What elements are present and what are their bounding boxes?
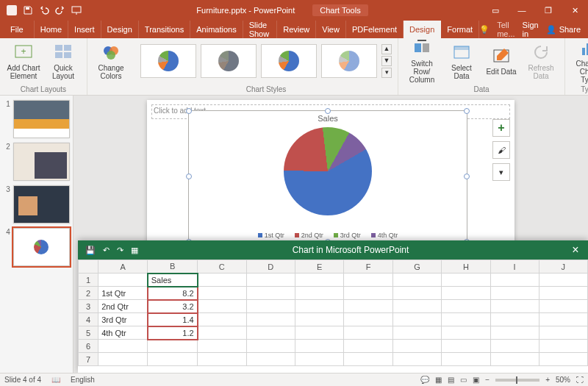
excel-save-icon[interactable]: 💾 — [85, 246, 96, 255]
cell-D7[interactable] — [246, 353, 295, 366]
start-slideshow-icon[interactable] — [71, 4, 82, 16]
tab-transitions[interactable]: Transitions — [139, 21, 190, 38]
cell-E2[interactable] — [295, 287, 343, 300]
cell-I6[interactable] — [490, 340, 539, 353]
cell-J2[interactable] — [539, 287, 587, 300]
normal-view-icon[interactable]: ▦ — [435, 376, 442, 384]
col-header-B[interactable]: B — [148, 260, 198, 274]
tab-design[interactable]: Design — [101, 21, 139, 38]
cell-C2[interactable] — [198, 287, 246, 300]
cell-H6[interactable] — [442, 340, 490, 353]
cell-C4[interactable] — [198, 313, 246, 326]
resize-handle-ne[interactable] — [464, 108, 470, 114]
cell-J4[interactable] — [539, 313, 587, 326]
cell-C1[interactable] — [198, 274, 246, 287]
row-header-2[interactable]: 2 — [79, 287, 98, 300]
cell-G5[interactable] — [392, 326, 441, 340]
restore-icon[interactable]: ❐ — [535, 0, 562, 21]
chart-styles-scroll[interactable]: ▲ ▼ ▾ — [381, 44, 392, 78]
zoom-level[interactable]: 50% — [556, 376, 570, 384]
cell-F7[interactable] — [344, 353, 392, 366]
cell-I4[interactable] — [490, 313, 539, 326]
comments-icon[interactable]: 💬 — [420, 376, 429, 384]
legend-item-2[interactable]: 2nd Qtr — [295, 232, 323, 239]
language-status[interactable]: English — [71, 376, 95, 384]
tab-view[interactable]: View — [316, 21, 346, 38]
sign-in-link[interactable]: Sign in — [523, 21, 539, 38]
cell-G7[interactable] — [392, 353, 441, 366]
cell-H5[interactable] — [442, 326, 490, 340]
row-header-5[interactable]: 5 — [79, 326, 98, 340]
cell-B3[interactable]: 3.2 — [148, 300, 198, 313]
cell-A6[interactable] — [98, 340, 148, 353]
switch-row-column-button[interactable]: Switch Row/ Column — [404, 37, 440, 84]
tab-slideshow[interactable]: Slide Show — [243, 21, 278, 38]
edit-data-button[interactable]: Edit Data — [484, 46, 519, 76]
excel-edit-in-excel-icon[interactable]: ▦ — [131, 246, 138, 255]
cell-G1[interactable] — [392, 274, 441, 287]
legend-item-3[interactable]: 3rd Qtr — [334, 232, 361, 239]
change-chart-type-button[interactable]: Change Chart Type — [571, 37, 588, 84]
cell-D4[interactable] — [246, 313, 295, 326]
chart-style-1[interactable] — [140, 44, 196, 78]
cell-A1[interactable] — [98, 274, 148, 287]
tab-home[interactable]: Home — [35, 21, 68, 38]
scroll-up-icon[interactable]: ▲ — [381, 44, 392, 54]
row-header-4[interactable]: 4 — [79, 313, 98, 326]
spell-check-icon[interactable]: 📖 — [51, 376, 60, 384]
add-chart-element-button[interactable]: + Add Chart Element — [6, 42, 41, 80]
cell-F4[interactable] — [344, 313, 392, 326]
cell-G6[interactable] — [392, 340, 441, 353]
cell-B4[interactable]: 1.4 — [148, 313, 198, 326]
row-header-7[interactable]: 7 — [79, 353, 98, 366]
cell-F2[interactable] — [344, 287, 392, 300]
cell-F1[interactable] — [344, 274, 392, 287]
chart-title[interactable]: Sales — [189, 114, 467, 123]
cell-E7[interactable] — [295, 353, 343, 366]
cell-C7[interactable] — [198, 353, 246, 366]
cell-G3[interactable] — [392, 300, 441, 313]
ribbon-display-options-icon[interactable]: ▭ — [482, 0, 509, 21]
cell-E1[interactable] — [295, 274, 343, 287]
tell-me-search[interactable]: Tell me... — [497, 21, 514, 38]
tab-chart-design[interactable]: Design — [404, 21, 441, 38]
legend-item-4[interactable]: 4th Qtr — [371, 232, 398, 239]
scroll-down-icon[interactable]: ▼ — [381, 56, 392, 66]
resize-handle-e[interactable] — [464, 174, 470, 179]
select-data-button[interactable]: Select Data — [444, 42, 479, 80]
col-header-H[interactable]: H — [442, 260, 490, 274]
cell-B5[interactable]: 1.2 — [148, 326, 198, 340]
resize-handle-nw[interactable] — [186, 108, 192, 114]
col-header-G[interactable]: G — [392, 260, 441, 274]
col-header-A[interactable]: A — [98, 260, 148, 274]
spreadsheet-grid[interactable]: ABCDEFGHIJ1Sales21st Qtr8.232nd Qtr3.243… — [78, 260, 588, 373]
cell-B2[interactable]: 8.2 — [148, 287, 198, 300]
tab-chart-format[interactable]: Format — [441, 21, 479, 38]
slide-thumbnails-panel[interactable]: 1 2 3 4 — [0, 96, 74, 375]
cell-B7[interactable] — [148, 353, 198, 366]
legend-item-1[interactable]: 1st Qtr — [258, 232, 284, 239]
tab-animations[interactable]: Animations — [190, 21, 243, 38]
excel-redo-icon[interactable]: ↷ — [117, 246, 123, 255]
zoom-out-icon[interactable]: − — [485, 376, 490, 384]
resize-handle-w[interactable] — [186, 174, 192, 179]
col-header-D[interactable]: D — [246, 260, 295, 274]
col-header-E[interactable]: E — [295, 260, 343, 274]
cell-I1[interactable] — [490, 274, 539, 287]
resize-handle-n[interactable] — [325, 108, 331, 114]
cell-A5[interactable]: 4th Qtr — [98, 326, 148, 340]
cell-G2[interactable] — [392, 287, 441, 300]
cell-I7[interactable] — [490, 353, 539, 366]
col-header-F[interactable]: F — [344, 260, 392, 274]
chart-elements-button[interactable]: + — [492, 119, 510, 137]
close-icon[interactable]: ✕ — [562, 0, 588, 21]
tab-review[interactable]: Review — [277, 21, 316, 38]
reading-view-icon[interactable]: ▭ — [460, 376, 467, 384]
fit-to-window-icon[interactable]: ⛶ — [576, 376, 584, 384]
cell-F6[interactable] — [344, 340, 392, 353]
cell-C5[interactable] — [198, 326, 246, 340]
zoom-in-icon[interactable]: + — [545, 376, 550, 384]
pie-chart[interactable] — [284, 127, 372, 215]
chart-style-2[interactable] — [201, 44, 257, 78]
cell-H2[interactable] — [442, 287, 490, 300]
